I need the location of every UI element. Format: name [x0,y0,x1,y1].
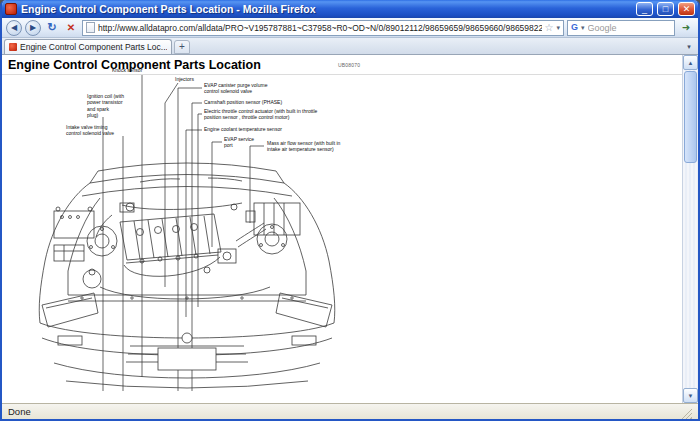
callout-ignition-coil: Ignition coil (with power transistor and… [87,93,124,118]
google-icon: G [571,23,578,32]
vertical-scrollbar[interactable]: ▲ ▼ [682,55,698,403]
engine-bay-components [54,203,300,299]
search-engine-dropdown-icon[interactable]: ▾ [581,24,585,31]
tab-engine-control[interactable]: Engine Control Component Parts Loc... [4,39,172,54]
title-bar[interactable]: Engine Control Component Parts Location … [2,0,698,18]
content-area: Engine Control Component Parts Location … [2,55,698,403]
go-button[interactable]: ➜ [678,20,694,36]
callout-evap-canister: EVAP canister purge volume control solen… [204,82,267,95]
callout-mass-air-flow: Mass air flow sensor (with built in inta… [267,140,340,153]
callout-coolant-sensor: Engine coolant temperature sensor [204,126,282,132]
search-box[interactable]: G ▾ Google [567,20,675,36]
tab-strip: Engine Control Component Parts Loc... + … [2,38,698,55]
new-tab-button[interactable]: + [174,40,190,54]
maximize-button[interactable]: □ [657,2,674,16]
scroll-down-icon[interactable]: ▼ [683,388,698,403]
browser-window: Engine Control Component Parts Location … [0,0,700,421]
callout-leader-lines [103,75,264,391]
heading-divider [2,74,682,75]
tab-favicon [9,43,17,51]
callout-knock-sensor: Knock sensor [112,67,142,73]
window-icon [5,3,17,15]
callout-intake-valve-timing: Intake valve timing control solenoid val… [66,124,114,137]
refresh-button[interactable]: ↻ [44,20,60,36]
search-placeholder: Google [588,23,671,33]
stop-button[interactable]: ✕ [63,20,79,36]
callout-camshaft-sensor: Camshaft position sensor (PHASE) [204,99,282,105]
status-text: Done [8,406,680,417]
window-title: Engine Control Component Parts Location … [21,3,632,15]
list-all-tabs-icon[interactable]: ▾ [682,40,696,54]
navigation-toolbar: ◀ ▶ ↻ ✕ http://www.alldatapro.com/alldat… [2,18,698,38]
page-favicon [86,22,95,33]
scrollbar-thumb[interactable] [684,71,697,163]
callout-electric-throttle: Electric throttle control actuator (with… [204,108,317,121]
url-bar[interactable]: http://www.alldatapro.com/alldata/PRO~V1… [82,20,564,36]
status-bar: Done [2,403,698,419]
scroll-up-icon[interactable]: ▲ [683,55,698,70]
url-dropdown-icon[interactable]: ▾ [556,24,560,31]
figure-code: UB08070 [338,62,360,68]
bookmark-star-icon[interactable]: ☆ [545,23,554,33]
callout-evap-service-port: EVAP service port [224,136,254,149]
minimize-button[interactable]: _ [636,2,653,16]
back-button[interactable]: ◀ [6,20,22,36]
tab-label: Engine Control Component Parts Loc... [20,42,167,52]
url-text: http://www.alldatapro.com/alldata/PRO~V1… [98,23,542,33]
callout-injectors: Injectors [175,76,194,82]
close-button[interactable]: ✕ [678,2,695,16]
page-body: Engine Control Component Parts Location … [2,55,682,403]
resize-grip[interactable] [680,407,692,419]
forward-button[interactable]: ▶ [25,20,41,36]
